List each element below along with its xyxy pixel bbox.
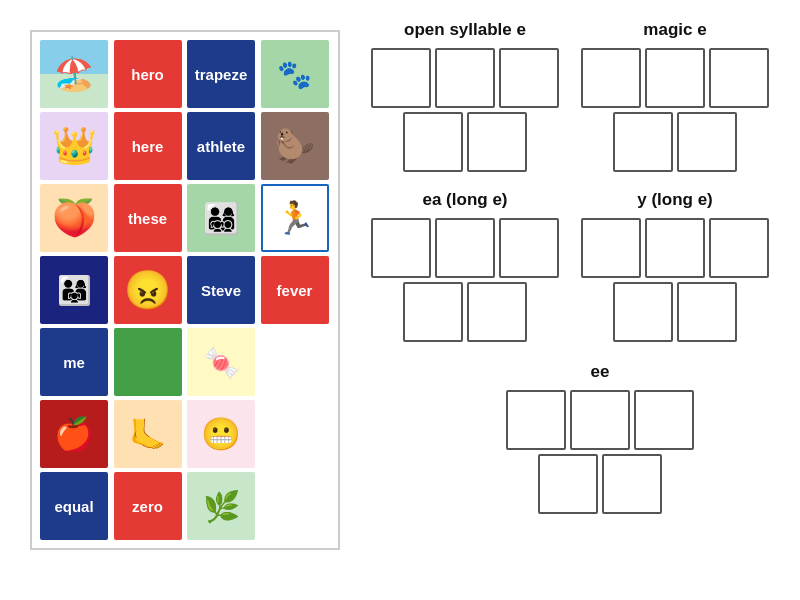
category-open-syllable-e-title: open syllable e (404, 20, 526, 40)
card-equal[interactable]: equal (40, 472, 108, 540)
ea-row2 (403, 282, 527, 342)
drop-box[interactable] (371, 218, 431, 278)
card-beach[interactable]: 🏖️ (40, 40, 108, 108)
drop-box[interactable] (467, 112, 527, 172)
magic-e-row2 (613, 112, 737, 172)
card-queen[interactable]: 👑 (40, 112, 108, 180)
drop-box[interactable] (467, 282, 527, 342)
card-me[interactable]: me (40, 328, 108, 396)
card-feet[interactable]: 🦶 (114, 400, 182, 468)
drop-box[interactable] (709, 48, 769, 108)
y-row2 (613, 282, 737, 342)
card-trapeze[interactable]: trapeze (187, 40, 255, 108)
category-ea-long-e: ea (long e) (371, 190, 559, 346)
drop-box[interactable] (538, 454, 598, 514)
drop-box[interactable] (403, 282, 463, 342)
category-open-syllable-e: open syllable e (371, 20, 559, 176)
drop-box[interactable] (499, 48, 559, 108)
magic-e-row1 (581, 48, 769, 108)
y-row1 (581, 218, 769, 278)
card-here[interactable]: here (114, 112, 182, 180)
category-ee: ee (420, 362, 780, 518)
drop-box[interactable] (709, 218, 769, 278)
ea-row1 (371, 218, 559, 278)
card-beaver[interactable]: 🦫 (261, 112, 329, 180)
card-empty-3 (261, 472, 329, 540)
card-greenbeans[interactable]: 🌿 (187, 472, 255, 540)
drop-box[interactable] (581, 48, 641, 108)
drop-box[interactable] (581, 218, 641, 278)
drop-box[interactable] (645, 218, 705, 278)
word-card-grid: 🏖️ hero trapeze 🐾 👑 here athlete 🦫 🍑 the… (30, 30, 340, 550)
drop-box[interactable] (570, 390, 630, 450)
card-pomegranate[interactable]: 🍎 (40, 400, 108, 468)
drop-box[interactable] (435, 48, 495, 108)
open-syllable-row2 (403, 112, 527, 172)
drop-box[interactable] (602, 454, 662, 514)
card-empty-2 (261, 400, 329, 468)
category-magic-e-title: magic e (643, 20, 706, 40)
ee-row2 (538, 454, 662, 514)
card-green-square[interactable] (114, 328, 182, 396)
card-fever[interactable]: fever (261, 256, 329, 324)
card-hero[interactable]: hero (114, 40, 182, 108)
drop-box[interactable] (613, 112, 673, 172)
drop-box[interactable] (435, 218, 495, 278)
drop-box[interactable] (634, 390, 694, 450)
card-empty-1 (261, 328, 329, 396)
card-zero[interactable]: zero (114, 472, 182, 540)
drop-box[interactable] (371, 48, 431, 108)
open-syllable-row1 (371, 48, 559, 108)
card-angry-emoji[interactable]: 😠 (114, 256, 182, 324)
category-ea-long-e-title: ea (long e) (422, 190, 507, 210)
card-runner[interactable]: 🏃 (261, 184, 329, 252)
card-athlete[interactable]: athlete (187, 112, 255, 180)
card-animal[interactable]: 🐾 (261, 40, 329, 108)
drop-box[interactable] (506, 390, 566, 450)
card-peach[interactable]: 🍑 (40, 184, 108, 252)
drop-box[interactable] (403, 112, 463, 172)
category-y-long-e-title: y (long e) (637, 190, 713, 210)
category-ee-title: ee (591, 362, 610, 382)
ee-row1 (506, 390, 694, 450)
drop-box[interactable] (677, 282, 737, 342)
drop-box[interactable] (677, 112, 737, 172)
drop-box[interactable] (645, 48, 705, 108)
category-magic-e: magic e (581, 20, 769, 176)
card-steve[interactable]: Steve (187, 256, 255, 324)
sorting-categories: open syllable e magic e (360, 20, 780, 518)
drop-box[interactable] (613, 282, 673, 342)
card-mouth[interactable]: 😬 (187, 400, 255, 468)
card-candy[interactable]: 🍬 (187, 328, 255, 396)
card-these[interactable]: these (114, 184, 182, 252)
category-y-long-e: y (long e) (581, 190, 769, 346)
card-kids[interactable]: 👨‍👩‍👧‍👦 (187, 184, 255, 252)
drop-box[interactable] (499, 218, 559, 278)
card-family[interactable]: 👨‍👩‍👧 (40, 256, 108, 324)
